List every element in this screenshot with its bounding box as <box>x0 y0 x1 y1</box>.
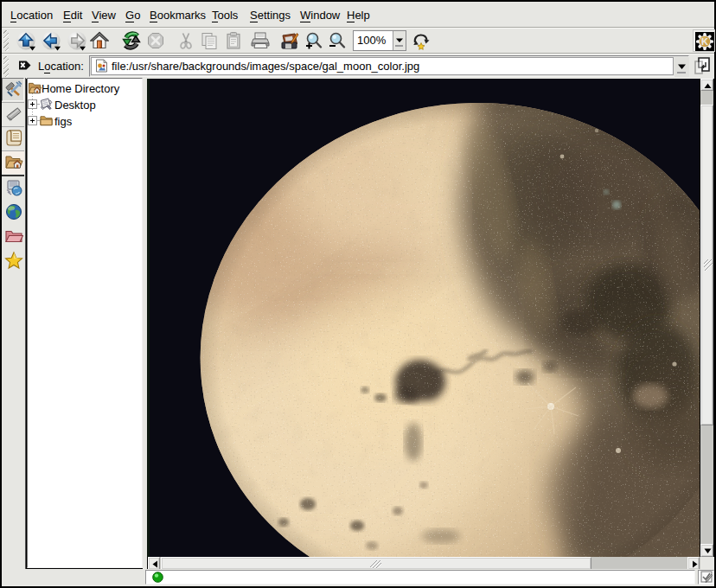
svg-text:K: K <box>701 36 708 47</box>
